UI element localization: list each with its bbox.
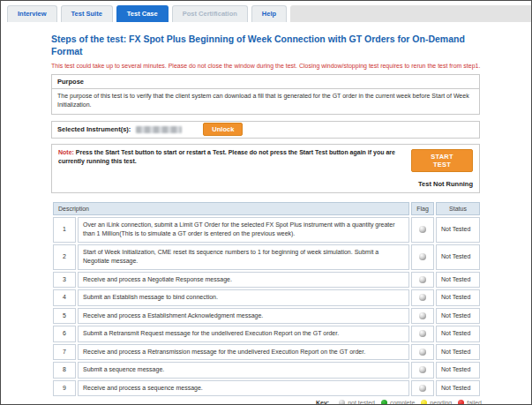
flag-indicator-icon [419,312,426,319]
selected-instrument-panel: Selected Instrument(s): Unlock [51,121,480,139]
flag-indicator-icon [419,385,426,392]
flag-indicator-icon [419,276,426,283]
failed-dot-icon [458,400,464,405]
step-status: Not Tested [436,380,480,397]
tab-bar: Interview Test Suite Test Case Post Cert… [1,1,531,22]
key-item-not-tested: not tested [339,400,375,405]
test-case-page: Interview Test Suite Test Case Post Cert… [0,0,532,405]
key-item-failed: failed [458,400,482,405]
step-number: 9 [53,380,76,397]
table-row: 9 Receive and process a sequence message… [53,380,480,397]
table-row: 4 Submit an Establish message to bind co… [53,289,480,306]
table-row: 8 Submit a sequence message. Not Tested [53,362,480,379]
status-column-header: Status [436,202,480,215]
step-description: Receive and process a sequence message. [78,380,409,397]
tab-bar-filler [290,5,531,22]
tab-interview[interactable]: Interview [7,5,57,22]
step-number: 6 [53,326,76,342]
table-header-row: Description Flag Status [53,202,480,215]
table-row: 6 Submit a Retransmit Request message fo… [53,326,480,342]
selected-instrument-label: Selected Instrument(s): [57,125,131,133]
unlock-button[interactable]: Unlock [203,123,243,136]
tab-help[interactable]: Help [251,5,287,22]
step-status: Not Tested [436,308,480,325]
not-tested-dot-icon [339,400,345,405]
tab-test-suite[interactable]: Test Suite [61,5,113,22]
step-status: Not Tested [436,362,480,379]
page-title: Steps of the test: FX Spot Plus Beginnin… [51,33,480,57]
key-item-complete: complete [381,400,415,405]
flag-cell [411,308,434,325]
step-description: Receive and process a Establishment Ackn… [78,308,409,325]
complete-dot-icon [381,400,387,405]
note-panel: Note: Press the Start Test button to sta… [51,144,480,193]
tab-post-certification: Post Certification [172,5,248,22]
flag-cell [411,362,434,379]
key-label: Key: [316,400,329,405]
test-duration-warning: This test could take up to several minut… [51,63,480,69]
flag-indicator-icon [419,366,426,373]
key-item-label: not tested [348,400,375,405]
purpose-panel: Purpose The purpose of this test is to v… [51,74,480,114]
selected-instrument-value-redacted [136,126,182,133]
tab-test-case[interactable]: Test Case [116,5,169,22]
flag-indicator-icon [419,294,426,301]
purpose-header: Purpose [52,75,479,89]
flag-indicator-icon [419,226,426,233]
step-number: 2 [53,244,76,270]
table-row: 2 Start of Week Initialization, CME rese… [53,244,480,270]
table-row: 5 Receive and process a Establishment Ac… [53,308,480,325]
step-description: Submit an Establish message to bind conn… [78,289,409,306]
flag-cell [411,380,434,397]
step-number: 3 [53,272,76,289]
pending-dot-icon [421,400,427,405]
step-status: Not Tested [436,217,480,243]
step-description: Receive and process a Negotiate Response… [78,272,409,289]
table-row: 7 Receive and process a Retransmission m… [53,344,480,361]
key-item-label: complete [390,400,415,405]
flag-cell [411,217,434,243]
flag-indicator-icon [419,349,426,356]
purpose-text: The purpose of this test is to verify th… [52,89,479,113]
step-number: 8 [53,362,76,379]
step-status: Not Tested [436,326,480,342]
flag-indicator-icon [419,253,426,260]
flag-column-header: Flag [411,202,434,215]
key-item-pending: pending [421,400,452,405]
table-row: 3 Receive and process a Negotiate Respon… [53,272,480,289]
flag-cell [411,272,434,289]
note-prefix: Note: [58,149,74,155]
step-number: 4 [53,289,76,306]
start-test-button[interactable]: START TEST [411,149,473,172]
key-item-label: failed [467,400,482,405]
status-key-legend: Key: not tested complete pending failed [51,400,482,405]
test-steps-table: Description Flag Status 1 Over an iLink … [51,200,482,399]
flag-cell [411,344,434,361]
flag-cell [411,326,434,342]
description-column-header: Description [53,202,409,215]
flag-cell [411,289,434,306]
test-run-status: Test Not Running [418,180,473,188]
flag-indicator-icon [419,330,426,337]
step-status: Not Tested [436,289,480,306]
note-body: Press the Start Test button to start or … [58,149,395,165]
step-description: Submit a sequence message. [78,362,409,379]
step-status: Not Tested [436,272,480,289]
flag-cell [411,244,434,270]
step-description: Submit a Retransmit Request message for … [78,326,409,342]
table-row: 1 Over an iLink connection, submit a Lim… [53,217,480,243]
note-text: Note: Press the Start Test button to sta… [58,148,411,188]
step-status: Not Tested [436,244,480,270]
step-number: 7 [53,344,76,361]
step-description: Over an iLink connection, submit a Limit… [78,217,409,243]
step-description: Receive and process a Retransmission mes… [78,344,409,361]
step-description: Start of Week Initialization, CME reset … [78,244,409,270]
key-item-label: pending [430,400,452,405]
content-area: Steps of the test: FX Spot Plus Beginnin… [1,22,531,405]
step-status: Not Tested [436,344,480,361]
step-number: 5 [53,308,76,325]
step-number: 1 [53,217,76,243]
